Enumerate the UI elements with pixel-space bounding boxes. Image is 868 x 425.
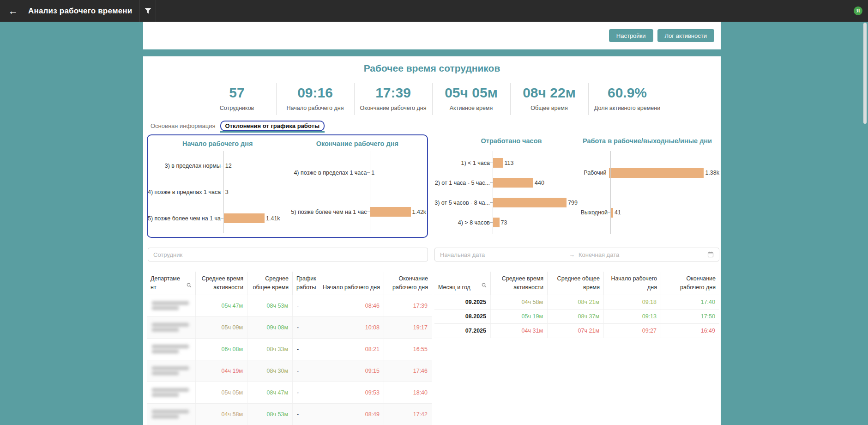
kpi-label: Сотрудников: [198, 105, 276, 111]
bar[interactable]: [370, 207, 411, 217]
tick-dash: [490, 222, 493, 223]
table-row[interactable]: 05ч 47м08ч 53м-08:4617:39: [147, 295, 432, 317]
chart-title: Работа в рабочие/выходные/иные дни: [575, 137, 719, 146]
table-row[interactable]: 09.202504ч 58м08ч 21м09:1817:40: [434, 295, 719, 310]
blurred-department-name: [147, 317, 196, 338]
bar[interactable]: [493, 178, 533, 188]
category-label: 5) позже более чем на 1 час: [288, 209, 367, 215]
value-cell: 08ч 53м: [247, 404, 293, 425]
value-cell: 04ч 31м: [491, 324, 548, 338]
bar-value-label: 41: [615, 209, 621, 216]
blurred-department-name: [147, 360, 196, 382]
calendar-icon[interactable]: [707, 251, 714, 258]
month-table: Месяц и годСреднее время активностиСредн…: [434, 272, 719, 338]
bar[interactable]: [223, 187, 224, 197]
value-cell: 09:15: [316, 360, 384, 382]
column-header: Окончание рабочего дня: [661, 272, 719, 295]
employee-search-input[interactable]: [148, 248, 428, 261]
value-cell: 09:13: [604, 310, 661, 323]
bar[interactable]: [223, 213, 265, 223]
category-label: 5) позже более чем на 1 час: [148, 215, 221, 222]
value-cell: 05ч 05м: [196, 382, 247, 403]
bar-value-label: 12: [225, 163, 232, 169]
toolbar-strip: Настройки Лог активности: [143, 22, 721, 49]
table-row[interactable]: 05ч 09м09ч 08м-10:0819:17: [147, 317, 432, 339]
kpi-day-start: 09:16 Начало рабочего дня: [276, 83, 354, 115]
month-cell: 07.2025: [434, 324, 491, 338]
bar[interactable]: [493, 198, 567, 207]
value-cell: 08ч 53м: [247, 295, 293, 316]
value-cell: -: [293, 295, 316, 316]
kpi-value: 17:39: [355, 85, 432, 101]
bar-value-label: 3: [225, 189, 229, 195]
focused-charts-panel: Начало рабочего дня3) в пределах нормы12…: [147, 134, 428, 238]
date-range-input[interactable]: Начальная дата → Конечная дата: [434, 248, 719, 261]
blurred-department-name: [147, 404, 196, 425]
column-header-label: График работы: [296, 274, 316, 292]
table-row[interactable]: 05ч 05м08ч 47м-09:5318:40: [147, 382, 432, 404]
vertical-scrollbar-thumb[interactable]: [863, 23, 867, 124]
search-icon[interactable]: [187, 282, 192, 291]
chart-plot-area: 1) < 1 часа1132) от 1 часа - 5 час...440…: [434, 153, 589, 232]
kpi-value: 09:16: [277, 85, 354, 101]
search-icon[interactable]: [482, 282, 487, 291]
value-cell: -: [293, 382, 316, 403]
value-cell: 09:27: [604, 324, 661, 338]
value-cell: 17:39: [384, 295, 432, 316]
value-cell: 05ч 19м: [491, 310, 548, 323]
table-row[interactable]: 06ч 08м08ч 33м-08:2116:55: [147, 339, 432, 360]
chart-bar-row: Выходной41: [575, 207, 719, 218]
value-cell: -: [293, 404, 316, 425]
blur-placeholder: [152, 343, 189, 355]
table-header-row: Месяц и годСреднее время активностиСредн…: [434, 272, 719, 295]
funnel-icon: [145, 8, 151, 14]
user-avatar[interactable]: Я: [854, 6, 862, 15]
chart-plot-area: 3) в пределах нормы124) позже в пределах…: [148, 153, 288, 231]
table-row[interactable]: 07.202504ч 31м07ч 21м09:2716:49: [434, 324, 719, 338]
category-label: 3) в пределах нормы: [148, 163, 221, 169]
kpi-label: Общее время: [511, 105, 588, 111]
tab-schedule-deviations[interactable]: Отклонения от графика работы: [220, 121, 325, 131]
value-cell: 17:50: [661, 310, 719, 323]
tab-main-info[interactable]: Основная информация: [149, 121, 217, 131]
blur-placeholder: [152, 322, 189, 333]
value-cell: 09:18: [604, 295, 661, 309]
column-header: Среднее время активности: [491, 272, 548, 295]
tick-dash: [221, 192, 223, 192]
bar[interactable]: [493, 158, 503, 168]
table-row[interactable]: 08.202505ч 19м08ч 37м09:1317:50: [434, 310, 719, 324]
chart-title: Отработано часов: [434, 137, 589, 146]
blur-placeholder: [152, 300, 189, 311]
category-label: 4) > 8 часов: [434, 219, 490, 226]
chart-bar-row: 5) позже более чем на 1 час1.42k: [288, 206, 428, 218]
kpi-value: 08ч 22м: [511, 85, 588, 101]
value-cell: 04ч 58м: [196, 404, 247, 425]
blurred-department-name: [147, 295, 196, 316]
column-header: Департамент: [147, 272, 196, 295]
table-row[interactable]: 04ч 58м08ч 53м-08:4917:42: [147, 404, 432, 425]
filter-button[interactable]: [139, 0, 156, 22]
column-header: График работы: [293, 272, 316, 295]
value-cell: 10:08: [316, 317, 384, 338]
bar-value-label: 113: [505, 160, 514, 166]
bar[interactable]: [370, 168, 370, 177]
bar[interactable]: [609, 168, 704, 178]
value-cell: 09ч 08м: [247, 317, 293, 338]
chart-title: Окончание рабочего дня: [288, 140, 428, 149]
table-row[interactable]: 04ч 19м08ч 30м-09:1517:46: [147, 360, 432, 382]
tick-dash: [367, 212, 370, 212]
column-header: Среднее время активности: [196, 272, 247, 295]
value-cell: 05ч 47м: [196, 295, 247, 316]
settings-button[interactable]: Настройки: [609, 29, 653, 42]
activity-log-button[interactable]: Лог активности: [657, 29, 714, 42]
value-cell: 16:49: [661, 324, 719, 338]
bar[interactable]: [610, 208, 613, 218]
filters-row: Начальная дата → Конечная дата: [143, 248, 721, 261]
chart-day-end: Окончание рабочего дня4) позже в предела…: [288, 135, 428, 237]
back-arrow-icon[interactable]: ←: [8, 6, 18, 16]
app-title: Анализ рабочего времени: [28, 6, 132, 16]
bar[interactable]: [223, 161, 224, 171]
value-cell: 08ч 33м: [247, 339, 293, 360]
bar[interactable]: [493, 218, 500, 227]
value-cell: 06ч 08м: [196, 339, 247, 360]
